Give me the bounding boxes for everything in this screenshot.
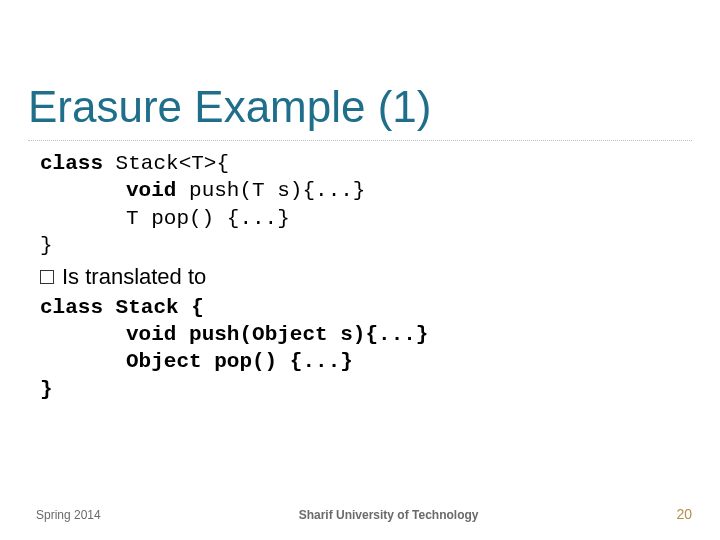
page-number: 20 [676, 506, 692, 522]
footer: Spring 2014 Sharif University of Technol… [36, 506, 692, 522]
code-text: push(Object s){...} [176, 323, 428, 346]
kw-class: class [40, 152, 103, 175]
code-line: } [40, 232, 680, 259]
bullet-box-icon [40, 270, 54, 284]
code-text: push(T s){...} [176, 179, 365, 202]
code-block-2: class Stack { [40, 294, 680, 321]
slide-content: class Stack<T>{ void push(T s){...} T po… [40, 150, 680, 403]
code-text: Stack<T>{ [103, 152, 229, 175]
kw-class: class [40, 296, 103, 319]
kw-void: void [126, 179, 176, 202]
slide-title: Erasure Example (1) [28, 82, 431, 132]
bullet-text: Is translated to [62, 263, 206, 292]
kw-void: void [126, 323, 176, 346]
footer-left: Spring 2014 [36, 508, 101, 522]
code-line: void push(T s){...} [40, 177, 680, 204]
code-line: void push(Object s){...} [40, 321, 680, 348]
bullet-line: Is translated to [40, 263, 680, 292]
code-line: Object pop() {...} [40, 348, 680, 375]
code-line: T pop() {...} [40, 205, 680, 232]
code-text: Stack { [103, 296, 204, 319]
title-underline [28, 140, 692, 141]
footer-center: Sharif University of Technology [299, 508, 479, 522]
code-line: } [40, 376, 680, 403]
code-block-1: class Stack<T>{ [40, 150, 680, 177]
